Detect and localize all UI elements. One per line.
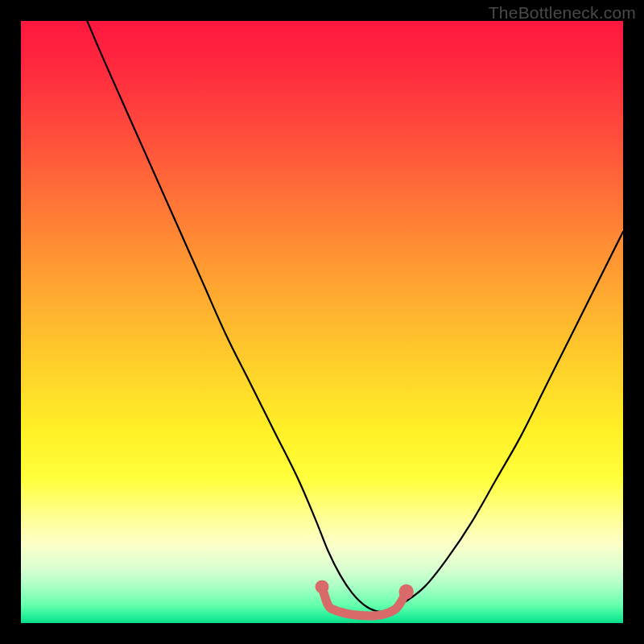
right-dot	[398, 584, 413, 599]
plot-area	[21, 21, 623, 623]
outer-black-frame: TheBottleneck.com	[0, 0, 644, 644]
bottleneck-curve	[87, 21, 623, 612]
marker-group	[316, 580, 414, 600]
highlight-band	[322, 587, 407, 616]
left-dot	[316, 580, 329, 594]
watermark-text: TheBottleneck.com	[489, 3, 636, 23]
chart-svg	[21, 21, 623, 623]
